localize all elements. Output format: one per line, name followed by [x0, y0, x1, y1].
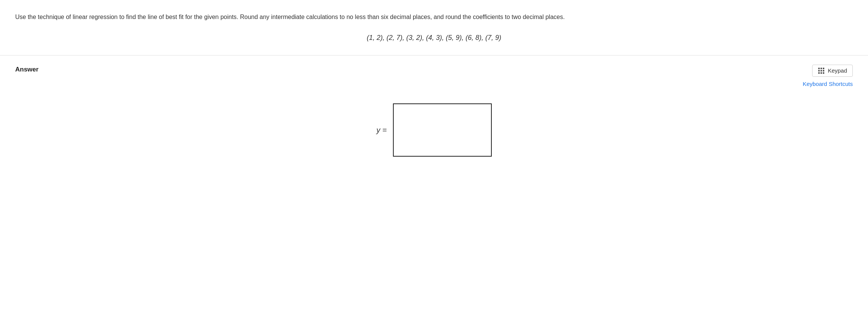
keypad-button[interactable]: Keypad: [812, 65, 853, 77]
equation-area: y =: [15, 103, 853, 157]
svg-rect-6: [818, 72, 820, 74]
question-section: Use the technique of linear regression t…: [0, 0, 868, 56]
svg-rect-2: [823, 68, 824, 69]
svg-rect-3: [818, 70, 820, 71]
svg-rect-0: [818, 68, 820, 69]
keypad-label: Keypad: [828, 67, 847, 74]
page-container: Use the technique of linear regression t…: [0, 0, 868, 330]
equation-label: y =: [376, 124, 386, 136]
points-display: (1, 2), (2, 7), (3, 2), (4, 3), (5, 9), …: [15, 33, 853, 43]
answer-section: Answer: [0, 56, 868, 166]
svg-rect-5: [823, 70, 824, 71]
svg-rect-1: [820, 68, 822, 69]
answer-label: Answer: [15, 65, 38, 75]
answer-input-box[interactable]: [393, 103, 492, 157]
keypad-icon: [818, 67, 825, 74]
svg-rect-8: [823, 72, 824, 74]
keyboard-shortcuts-link[interactable]: Keyboard Shortcuts: [803, 80, 853, 89]
svg-rect-7: [820, 72, 822, 74]
toolbar-right: Keypad Keyboard Shortcuts: [803, 65, 853, 89]
answer-header: Answer: [15, 65, 853, 89]
svg-rect-4: [820, 70, 822, 71]
question-text: Use the technique of linear regression t…: [15, 12, 699, 22]
